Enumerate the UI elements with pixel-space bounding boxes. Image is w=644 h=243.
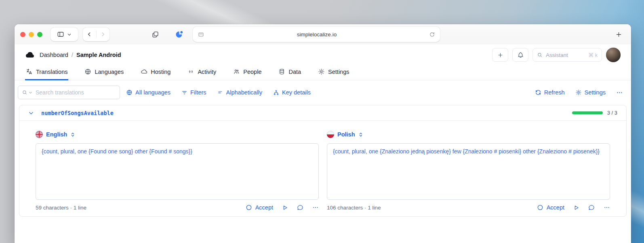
translation-textarea-polish[interactable]: {count, plural, one {Znaleziono jedną pi… bbox=[327, 143, 610, 200]
page-format-icon[interactable] bbox=[198, 31, 204, 38]
play-button[interactable] bbox=[573, 205, 579, 211]
refresh-icon bbox=[535, 89, 541, 96]
translation-textarea-english[interactable]: {count, plural, one {Found one song} oth… bbox=[36, 143, 319, 200]
browser-window: simplelocalize.io Dashboard / Sample And… bbox=[15, 24, 631, 243]
editor-english: English {count, plural, one {Found one s… bbox=[36, 131, 319, 211]
tab-translations[interactable]: Translations bbox=[25, 65, 68, 80]
key-progress: 3 / 3 bbox=[572, 110, 617, 116]
breadcrumb-project[interactable]: Sample Android bbox=[76, 52, 121, 58]
tab-label: People bbox=[243, 69, 261, 75]
tab-label: Data bbox=[288, 69, 301, 75]
link-label: Filters bbox=[190, 89, 206, 96]
tab-label: Activity bbox=[198, 69, 216, 75]
tab-data[interactable]: Data bbox=[278, 65, 302, 80]
link-label: Alphabetically bbox=[226, 89, 262, 96]
database-icon bbox=[278, 68, 285, 75]
updown-chevrons-icon bbox=[70, 132, 75, 137]
plus-icon bbox=[497, 52, 503, 58]
traffic-lights bbox=[20, 32, 42, 37]
address-bar[interactable]: simplelocalize.io bbox=[193, 27, 440, 42]
gear-icon bbox=[575, 89, 582, 96]
comment-button[interactable] bbox=[297, 204, 303, 211]
collapse-chevron-icon[interactable] bbox=[28, 110, 34, 116]
avatar[interactable] bbox=[606, 48, 621, 62]
reload-icon bbox=[429, 31, 435, 38]
translate-icon bbox=[26, 68, 33, 75]
tab-people[interactable]: People bbox=[232, 65, 262, 80]
zoom-button[interactable] bbox=[37, 32, 42, 37]
cloud-logo-icon[interactable] bbox=[25, 50, 35, 60]
header-actions: Assistant ⌘ k bbox=[492, 48, 621, 62]
forward-button[interactable] bbox=[97, 27, 110, 41]
tab-label: Languages bbox=[95, 69, 124, 75]
editor-footer: 106 characters · 1 line Accept bbox=[327, 204, 610, 211]
settings-button[interactable]: Settings bbox=[575, 89, 606, 96]
broadcast-icon bbox=[187, 68, 194, 75]
play-button[interactable] bbox=[282, 205, 288, 211]
more-button[interactable] bbox=[604, 204, 610, 211]
search-translations-input[interactable] bbox=[36, 89, 116, 96]
accept-button[interactable]: Accept bbox=[246, 204, 273, 211]
gear-icon bbox=[318, 68, 325, 75]
translation-key[interactable]: numberOfSongsAvailable bbox=[41, 110, 114, 116]
language-label: English bbox=[46, 131, 67, 138]
tab-settings[interactable]: Settings bbox=[317, 65, 350, 80]
accept-button[interactable]: Accept bbox=[537, 204, 564, 211]
tab-hosting[interactable]: Hosting bbox=[140, 65, 171, 80]
tab-languages[interactable]: Languages bbox=[84, 65, 124, 80]
add-button[interactable] bbox=[492, 48, 508, 62]
chevron-down-icon[interactable] bbox=[29, 91, 32, 94]
editor-footer: 59 characters · 1 line Accept bbox=[36, 204, 319, 211]
assistant-search[interactable]: Assistant ⌘ k bbox=[532, 48, 602, 62]
breadcrumb: Dashboard / Sample Android bbox=[40, 52, 121, 58]
nav-tabs: Translations Languages Hosting Activity … bbox=[15, 64, 631, 80]
globe-icon bbox=[84, 68, 91, 75]
language-selector-polish[interactable]: Polish bbox=[327, 131, 610, 138]
refresh-button[interactable]: Refresh bbox=[535, 89, 565, 96]
tab-activity[interactable]: Activity bbox=[187, 65, 217, 80]
all-languages-button[interactable]: All languages bbox=[126, 89, 170, 96]
reload-button[interactable] bbox=[429, 31, 435, 38]
link-label: Refresh bbox=[544, 89, 565, 96]
minimize-button[interactable] bbox=[29, 32, 34, 37]
url-text: simplelocalize.io bbox=[204, 31, 429, 38]
link-label: Key details bbox=[282, 89, 311, 96]
filters-button[interactable]: Filters bbox=[181, 89, 206, 96]
sort-button[interactable]: Alphabetically bbox=[217, 89, 262, 96]
key-details-button[interactable]: Key details bbox=[273, 89, 311, 96]
more-icon bbox=[604, 204, 610, 211]
tab-overview-button[interactable] bbox=[148, 27, 162, 41]
notifications-button[interactable] bbox=[512, 48, 528, 62]
new-tab-button[interactable] bbox=[612, 27, 625, 41]
accept-label: Accept bbox=[255, 204, 273, 211]
play-icon bbox=[282, 205, 288, 211]
app-header: Dashboard / Sample Android Assistant ⌘ k bbox=[15, 44, 631, 64]
breadcrumb-dashboard[interactable]: Dashboard bbox=[40, 52, 68, 58]
globe-icon bbox=[126, 89, 133, 96]
sort-icon bbox=[217, 90, 223, 96]
assistant-label: Assistant bbox=[546, 52, 568, 58]
tab-label: Settings bbox=[328, 69, 349, 75]
more-icon bbox=[616, 89, 623, 96]
translations-toolbar: All languages Filters Alphabetically Key… bbox=[18, 86, 623, 99]
link-label: All languages bbox=[135, 89, 170, 96]
privacy-report-button[interactable] bbox=[173, 27, 186, 41]
language-selector-english[interactable]: English bbox=[36, 131, 319, 138]
toolbar-actions: Refresh Settings bbox=[535, 89, 623, 96]
history-navigation bbox=[83, 27, 109, 41]
more-button[interactable] bbox=[616, 89, 623, 96]
back-button[interactable] bbox=[83, 27, 96, 41]
comment-button[interactable] bbox=[588, 204, 595, 211]
comment-icon bbox=[297, 204, 303, 211]
editor-polish: Polish {count, plural, one {Znaleziono j… bbox=[327, 131, 610, 211]
more-button[interactable] bbox=[312, 204, 319, 211]
more-icon bbox=[312, 204, 319, 211]
close-button[interactable] bbox=[20, 32, 25, 37]
play-icon bbox=[573, 205, 579, 211]
link-label: Settings bbox=[585, 89, 606, 96]
sidebar-toggle-button[interactable] bbox=[51, 27, 78, 41]
uk-flag-icon bbox=[36, 131, 43, 138]
bell-icon bbox=[517, 52, 524, 59]
updown-chevrons-icon bbox=[358, 132, 363, 137]
chevron-right-icon bbox=[100, 31, 106, 37]
